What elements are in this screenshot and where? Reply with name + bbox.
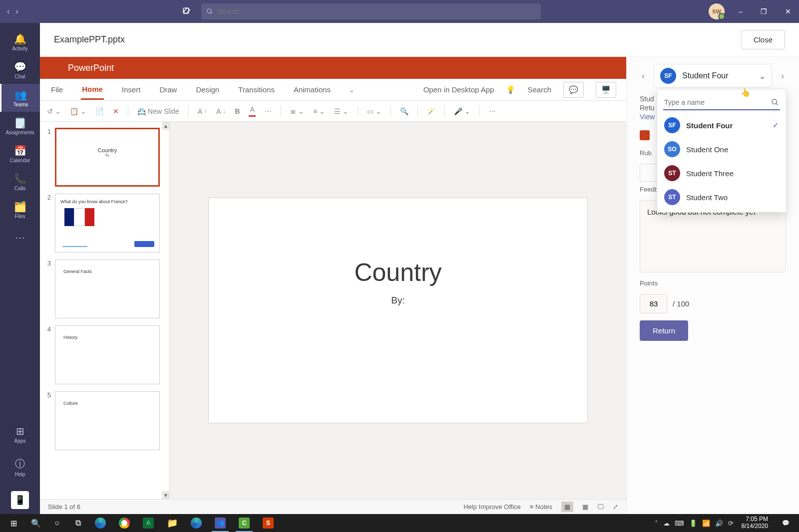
tray-keyboard-icon[interactable]: ⌨ bbox=[675, 520, 684, 527]
view-normal-icon[interactable]: ▦ bbox=[561, 502, 573, 512]
rail-more[interactable]: ⋯ bbox=[0, 224, 40, 252]
bold-icon[interactable]: B bbox=[235, 107, 240, 115]
font-grow-icon[interactable]: A↑ bbox=[198, 107, 207, 115]
thumb-slide-1[interactable]: Country By bbox=[55, 128, 160, 187]
start-button[interactable]: ⊞ bbox=[2, 514, 25, 532]
dictate-icon[interactable]: 🎤 ⌄ bbox=[454, 107, 470, 115]
tray-wifi-icon[interactable]: 📶 bbox=[702, 520, 710, 527]
find-icon[interactable]: 🔍 bbox=[400, 107, 408, 115]
tab-insert[interactable]: Insert bbox=[121, 80, 142, 99]
zoom-fit-icon[interactable]: ⤢ bbox=[613, 503, 618, 511]
student-dropdown-button[interactable]: SF Student Four ⌄ bbox=[654, 64, 772, 88]
tray-volume-icon[interactable]: 🔊 bbox=[715, 520, 723, 527]
next-student-icon[interactable]: › bbox=[779, 69, 786, 83]
taskbar-clock[interactable]: 7:05 PM 8/14/2020 bbox=[739, 516, 771, 530]
thumb-slide-2[interactable]: What do you know about France? bbox=[55, 194, 160, 253]
tray-overflow-icon[interactable]: ˄ bbox=[655, 520, 658, 527]
window-maximize-icon[interactable]: ❐ bbox=[757, 5, 771, 17]
dropdown-item[interactable]: SO Student One bbox=[657, 137, 786, 161]
font-more-icon[interactable]: ⋯ bbox=[265, 107, 272, 115]
undo-icon[interactable]: ↺ ⌄ bbox=[47, 107, 61, 115]
dropdown-item[interactable]: ST Student Two bbox=[657, 185, 786, 209]
tray-sync-icon[interactable]: ⟳ bbox=[728, 520, 734, 527]
dropdown-search-input[interactable] bbox=[664, 98, 767, 106]
thumb-row[interactable]: 4 History bbox=[43, 325, 166, 384]
action-center-icon[interactable]: 💬 bbox=[776, 514, 795, 532]
thumb-row[interactable]: 2 What do you know about France? bbox=[43, 194, 166, 253]
shapes-icon[interactable]: ▭ ⌄ bbox=[367, 107, 382, 115]
taskbar-app-edge2[interactable] bbox=[185, 514, 208, 532]
rail-chat[interactable]: 💬Chat bbox=[0, 56, 40, 84]
taskbar-app-chrome[interactable] bbox=[113, 514, 136, 532]
view-reading-icon[interactable]: 🖵 bbox=[597, 503, 604, 511]
present-icon[interactable]: 🖥️ bbox=[596, 82, 616, 98]
numbering-icon[interactable]: ≡ ⌄ bbox=[313, 107, 325, 115]
rail-files[interactable]: 🗂️Files bbox=[0, 196, 40, 224]
rail-apps[interactable]: ⊞Apps bbox=[0, 420, 40, 448]
tab-home[interactable]: Home bbox=[81, 80, 104, 100]
comments-icon[interactable]: 💬 bbox=[563, 82, 584, 98]
thumb-row[interactable]: 5 Culture bbox=[43, 391, 166, 450]
taskbar-app-explorer[interactable]: 📁 bbox=[161, 514, 184, 532]
tab-transitions[interactable]: Transitions bbox=[237, 80, 276, 99]
slide-canvas[interactable]: Country By: bbox=[170, 122, 626, 499]
toolbar-more-icon[interactable]: ⋯ bbox=[489, 107, 496, 115]
thumbs-scroll-up-icon[interactable]: ▲ bbox=[162, 122, 169, 130]
prev-student-icon[interactable]: ‹ bbox=[640, 69, 647, 83]
thumbs-scroll-down-icon[interactable]: ▼ bbox=[162, 491, 169, 499]
taskbar-search-icon[interactable]: 🔍 bbox=[26, 514, 46, 532]
thumb-slide-3[interactable]: General Facts bbox=[55, 260, 160, 318]
thumb-slide-4[interactable]: History bbox=[55, 325, 160, 384]
rail-help[interactable]: ⓘHelp bbox=[0, 453, 40, 481]
taskview-icon[interactable]: ⧉ bbox=[68, 514, 88, 532]
rail-assignments[interactable]: 🗒️Assignments bbox=[0, 112, 40, 140]
rail-calendar[interactable]: 📅Calendar bbox=[0, 140, 40, 168]
points-input[interactable] bbox=[640, 294, 668, 313]
return-button[interactable]: Return bbox=[640, 320, 688, 341]
window-close-icon[interactable]: ✕ bbox=[781, 5, 795, 17]
tab-overflow-icon[interactable]: ⌄ bbox=[349, 85, 355, 94]
cortana-icon[interactable]: ○ bbox=[47, 514, 67, 532]
tab-animations[interactable]: Animations bbox=[293, 80, 332, 99]
open-desktop-button[interactable]: Open in Desktop App bbox=[423, 85, 494, 94]
tellme-icon[interactable]: 💡 bbox=[506, 85, 515, 94]
nav-back-icon[interactable]: ‹ bbox=[7, 7, 9, 16]
view-sorter-icon[interactable]: ▦ bbox=[582, 503, 588, 511]
tab-file[interactable]: File bbox=[50, 80, 64, 99]
tab-draw[interactable]: Draw bbox=[158, 80, 178, 99]
align-icon[interactable]: ☰ ⌄ bbox=[334, 107, 349, 115]
dropdown-item[interactable]: ST Student Three bbox=[657, 161, 786, 185]
tray-battery-icon[interactable]: 🔋 bbox=[689, 520, 697, 527]
paste-icon[interactable]: 📋 ⌄ bbox=[70, 107, 86, 115]
rail-mobile[interactable]: 📱 bbox=[11, 491, 29, 509]
taskbar-app-camtasia[interactable]: C bbox=[233, 514, 256, 532]
global-search-input[interactable] bbox=[217, 7, 536, 15]
rail-activity[interactable]: 🔔Activity bbox=[0, 28, 40, 56]
bullets-icon[interactable]: ≣ ⌄ bbox=[290, 107, 304, 115]
rail-calls[interactable]: 📞Calls bbox=[0, 168, 40, 196]
designer-icon[interactable]: 🪄 bbox=[427, 107, 435, 115]
global-search[interactable] bbox=[201, 3, 541, 19]
tray-onedrive-icon[interactable]: ☁ bbox=[663, 520, 670, 527]
tab-design[interactable]: Design bbox=[195, 80, 220, 99]
cut-icon[interactable]: ✕ bbox=[113, 107, 119, 115]
dropdown-item[interactable]: SF Student Four ✓ bbox=[657, 113, 786, 137]
thumb-row[interactable]: 3 General Facts bbox=[43, 260, 166, 318]
rail-teams[interactable]: 👥Teams bbox=[0, 84, 40, 112]
taskbar-app-snagit[interactable]: S bbox=[257, 514, 280, 532]
new-slide-button[interactable]: 📇 New Slide bbox=[137, 107, 179, 115]
compose-icon[interactable] bbox=[182, 7, 191, 16]
taskbar-app-a[interactable]: A bbox=[137, 514, 160, 532]
nav-forward-icon[interactable]: › bbox=[15, 7, 18, 16]
font-shrink-icon[interactable]: A↓ bbox=[216, 107, 226, 115]
font-color-icon[interactable]: A bbox=[249, 105, 256, 117]
help-improve-link[interactable]: Help Improve Office bbox=[463, 503, 521, 511]
taskbar-app-teams[interactable]: 👥 bbox=[209, 514, 232, 532]
user-avatar[interactable]: SW bbox=[709, 3, 725, 19]
thumb-slide-5[interactable]: Culture bbox=[55, 391, 160, 450]
close-button[interactable]: Close bbox=[741, 30, 785, 49]
ribbon-search-label[interactable]: Search bbox=[527, 85, 551, 94]
window-minimize-icon[interactable]: – bbox=[735, 5, 747, 17]
thumb-row[interactable]: 1 Country By bbox=[43, 128, 166, 187]
dropdown-search[interactable] bbox=[663, 95, 780, 110]
